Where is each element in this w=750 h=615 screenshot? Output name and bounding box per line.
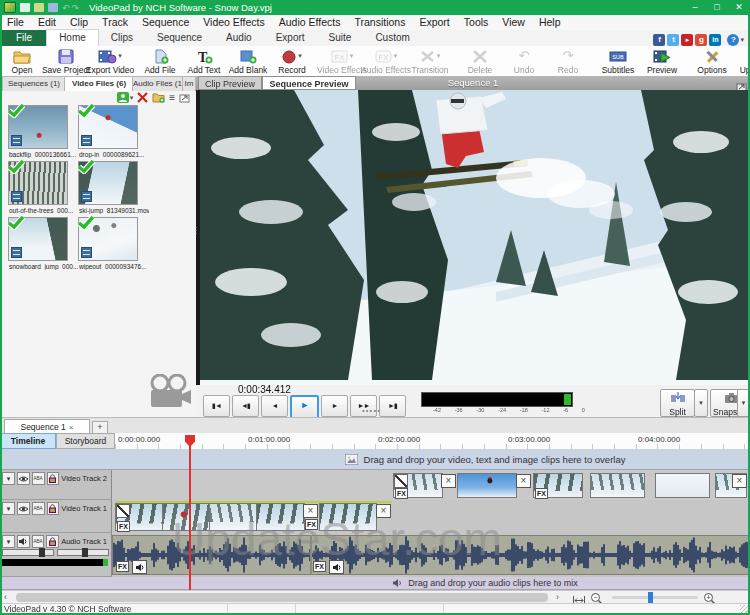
time-ruler[interactable]: 0:00:00.000 0:01:00.000 0:02:00.000 0:03…	[115, 433, 750, 449]
track-menu-icon[interactable]: ▼	[2, 502, 15, 515]
add-file-button[interactable]: Add File	[138, 46, 182, 76]
track-aba-icon[interactable]: ABA	[32, 502, 45, 515]
menu-audio-effects[interactable]: Audio Effects	[272, 15, 348, 30]
bin-tab-audio-files[interactable]: Audio Files (1)	[132, 76, 184, 91]
track-lock-icon[interactable]	[46, 535, 59, 548]
audio-pan-slider[interactable]	[57, 549, 109, 556]
fx-badge[interactable]: FX	[535, 488, 548, 499]
transition-x-icon[interactable]: ×	[441, 474, 456, 488]
track-lock-icon[interactable]	[47, 502, 60, 515]
vertical-splitter[interactable]: ⋮	[192, 228, 196, 252]
bin-clip-out-of-the-trees[interactable]	[8, 161, 68, 205]
split-dropdown[interactable]: ▾	[694, 389, 708, 417]
bin-clip-snowboard-jump[interactable]	[8, 217, 68, 261]
timeline-scrollbar[interactable]: ‹ › − +	[0, 590, 750, 604]
video-preview[interactable]	[196, 90, 750, 385]
export-video-button[interactable]: ▾ Export Video	[88, 46, 132, 76]
tab-suite[interactable]: Suite	[317, 30, 364, 46]
add-folder-icon[interactable]	[152, 92, 165, 103]
undo-icon[interactable]: ↶	[62, 3, 70, 13]
clip-speaker-icon[interactable]	[132, 560, 147, 574]
menu-tools[interactable]: Tools	[457, 15, 496, 30]
redo-button[interactable]: ↷ Redo	[546, 46, 590, 76]
timeline-clip[interactable]	[655, 473, 710, 498]
timeline-clip[interactable]	[590, 473, 645, 498]
track-aba-icon[interactable]: ABA	[32, 535, 45, 548]
zoom-slider-thumb[interactable]	[648, 592, 653, 603]
menu-clip[interactable]: Clip	[63, 15, 95, 30]
detach-panel-icon[interactable]	[179, 93, 190, 103]
help-icon[interactable]: ?	[727, 34, 739, 46]
facebook-icon[interactable]: f	[653, 34, 665, 46]
bin-tab-images[interactable]: Im	[182, 76, 196, 91]
fx-badge[interactable]: FX	[116, 561, 129, 572]
tab-clips[interactable]: Clips	[99, 30, 145, 46]
menu-track[interactable]: Track	[95, 15, 135, 30]
scrollbar-thumb[interactable]	[16, 593, 548, 602]
remove-clip-icon[interactable]	[137, 92, 148, 103]
tab-custom[interactable]: Custom	[363, 30, 421, 46]
slider-handle[interactable]	[39, 548, 45, 557]
menu-video-effects[interactable]: Video Effects	[196, 15, 272, 30]
fade-marker[interactable]	[116, 504, 130, 518]
audio-fade-slider[interactable]	[2, 549, 54, 556]
twitter-icon[interactable]: t	[667, 34, 679, 46]
minimize-button[interactable]: –	[684, 0, 706, 15]
export-dropdown-icon[interactable]: ▾	[118, 52, 122, 60]
fade-marker[interactable]	[394, 474, 408, 488]
transition-button[interactable]: ▾ Transition	[408, 46, 452, 76]
tab-file[interactable]: File	[2, 30, 46, 46]
video-effects-button[interactable]: FX▾ Video Effects	[320, 46, 364, 76]
audio-drop-zone[interactable]: Drag and drop your audio clips here to m…	[0, 577, 750, 590]
tab-sequence[interactable]: Sequence	[145, 30, 214, 46]
go-to-start-button[interactable]: ▮◄	[203, 395, 230, 417]
fx-badge[interactable]: FX	[117, 521, 130, 532]
playhead[interactable]	[189, 436, 191, 590]
fx-badge[interactable]: FX	[395, 488, 408, 499]
track-visibility-icon[interactable]	[17, 502, 30, 515]
record-button[interactable]: ▾ Record	[270, 46, 314, 76]
timeline-zoom-slider[interactable]	[612, 596, 698, 599]
tab-timeline[interactable]: Timeline	[0, 433, 56, 449]
tab-sequence-preview[interactable]: Sequence Preview	[262, 76, 356, 90]
youtube-icon[interactable]: ►	[681, 34, 693, 46]
menu-transitions[interactable]: Transitions	[347, 15, 412, 30]
menu-sequence[interactable]: Sequence	[135, 15, 196, 30]
close-button[interactable]: ✕	[728, 0, 750, 15]
bin-clip-wipeout[interactable]	[78, 217, 138, 261]
track-speaker-icon[interactable]	[17, 535, 30, 548]
delete-button[interactable]: Delete	[458, 46, 502, 76]
bin-tab-sequences[interactable]: Sequences (1)	[2, 76, 66, 91]
track-visibility-icon[interactable]	[17, 472, 30, 485]
preview-button[interactable]: Preview	[640, 46, 684, 76]
split-button[interactable]: Split	[660, 389, 695, 417]
chroma-key-icon[interactable]: ▾	[117, 92, 134, 103]
help-dropdown-icon[interactable]: ▾	[740, 36, 744, 44]
open-project-icon[interactable]	[34, 3, 44, 12]
options-button[interactable]: Options	[690, 46, 734, 76]
bin-tab-video-files[interactable]: Video Files (6)	[64, 76, 134, 91]
step-back-button[interactable]: ◄	[261, 395, 288, 417]
save-project-icon[interactable]	[48, 3, 58, 12]
save-project-button[interactable]: Save Project	[44, 46, 88, 76]
previous-clip-button[interactable]: ◄▮	[232, 395, 259, 417]
record-dropdown-icon[interactable]: ▾	[298, 52, 302, 60]
menu-export[interactable]: Export	[412, 15, 456, 30]
tab-audio[interactable]: Audio	[214, 30, 264, 46]
overlay-drop-zone[interactable]: Drag and drop your video, text and image…	[0, 449, 750, 470]
transition-x-icon[interactable]: ×	[516, 474, 531, 488]
timeline-clip[interactable]	[457, 473, 517, 498]
google-plus-icon[interactable]: g	[695, 34, 707, 46]
redo-icon[interactable]: ↷	[72, 3, 80, 13]
track-lock-icon[interactable]	[47, 472, 60, 485]
add-text-button[interactable]: T Add Text	[182, 46, 226, 76]
slider-handle[interactable]	[82, 548, 88, 557]
menu-edit[interactable]: Edit	[31, 15, 63, 30]
transition-x-icon[interactable]: ×	[732, 474, 747, 488]
subtitles-button[interactable]: SUB Subtitles	[596, 46, 640, 76]
tab-export[interactable]: Export	[264, 30, 317, 46]
resize-grip[interactable]	[740, 605, 748, 613]
menu-file[interactable]: File	[0, 15, 31, 30]
undo-button[interactable]: ↶ Undo	[502, 46, 546, 76]
tab-home[interactable]: Home	[46, 29, 99, 46]
